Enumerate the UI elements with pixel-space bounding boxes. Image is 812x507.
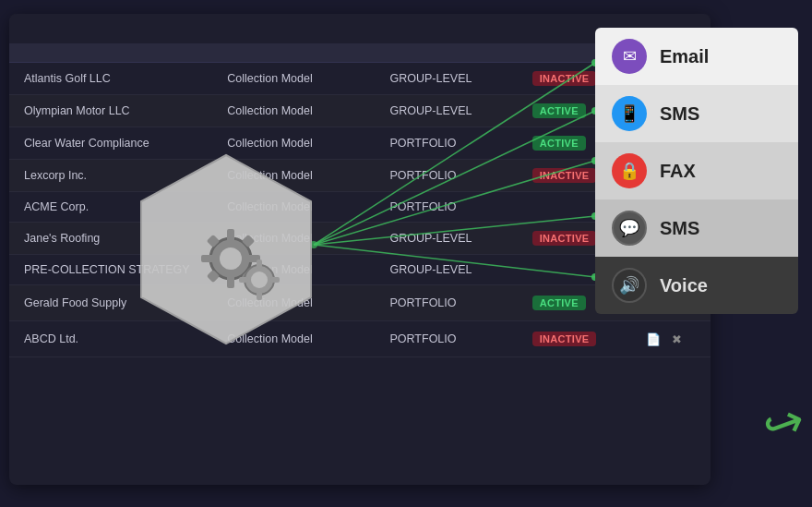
svg-rect-25 xyxy=(257,291,262,300)
fax-label: FAX xyxy=(660,161,696,182)
status-badge: INACTIVE xyxy=(532,332,597,346)
cell-task: 📄 ✖ xyxy=(629,321,710,357)
status-badge: INACTIVE xyxy=(532,231,597,246)
cell-basis: PORTFOLIO xyxy=(376,321,518,357)
channel-item-sms1[interactable]: 📱 SMS xyxy=(595,85,798,142)
voice-label: Voice xyxy=(660,275,708,296)
sms2-label: SMS xyxy=(660,218,699,239)
svg-rect-24 xyxy=(257,260,262,269)
col-header-name xyxy=(9,43,212,63)
cell-basis: GROUP-LEVEL xyxy=(376,223,518,255)
cell-rating: Collection Model xyxy=(212,95,375,127)
svg-point-13 xyxy=(220,247,242,270)
channel-menu: ✉ Email 📱 SMS 🔒 FAX 💬 SMS 🔊 Voice xyxy=(595,28,798,314)
cell-name: Olympian Motor LLC xyxy=(9,95,212,127)
status-badge: INACTIVE xyxy=(532,71,597,86)
email-label: Email xyxy=(660,46,709,67)
svg-rect-16 xyxy=(201,255,214,262)
fax-icon: 🔒 xyxy=(612,153,647,188)
delete-icon[interactable]: ✖ xyxy=(668,330,687,348)
green-arrow-icon: ↪ xyxy=(756,391,812,456)
sms1-label: SMS xyxy=(660,103,699,125)
cell-basis: GROUP-LEVEL xyxy=(376,63,518,95)
hex-gear-overlay xyxy=(125,148,337,360)
sms1-icon: 📱 xyxy=(612,96,647,131)
svg-rect-14 xyxy=(227,229,234,242)
voice-icon: 🔊 xyxy=(612,268,647,303)
cell-basis: PORTFOLIO xyxy=(376,127,518,160)
svg-rect-26 xyxy=(239,277,248,283)
status-badge: ACTIVE xyxy=(532,296,586,310)
email-icon: ✉ xyxy=(612,39,647,74)
status-badge: ACTIVE xyxy=(532,136,586,151)
cell-name: Atlantis Golf LLC xyxy=(9,63,212,95)
sms2-icon: 💬 xyxy=(612,211,647,246)
cell-basis: GROUP-LEVEL xyxy=(376,95,518,127)
col-header-strategy xyxy=(376,43,518,63)
hex-gear-svg xyxy=(125,148,328,351)
cell-basis: PORTFOLIO xyxy=(376,285,518,321)
cell-basis: PORTFOLIO xyxy=(376,160,518,192)
cell-basis: GROUP-LEVEL xyxy=(376,255,518,285)
action-icons: 📄 ✖ xyxy=(644,330,696,348)
svg-rect-15 xyxy=(227,275,234,288)
status-badge: INACTIVE xyxy=(532,168,597,183)
channel-item-voice[interactable]: 🔊 Voice xyxy=(595,257,798,314)
cell-status: INACTIVE xyxy=(518,321,629,357)
cell-rating: Collection Model xyxy=(212,63,375,95)
table-row[interactable]: ABCD Ltd. Collection Model PORTFOLIO INA… xyxy=(9,321,710,357)
channel-item-email[interactable]: ✉ Email xyxy=(595,28,798,85)
status-badge: ACTIVE xyxy=(532,103,586,118)
svg-point-23 xyxy=(251,272,268,288)
col-header-rating xyxy=(212,43,375,63)
channel-item-sms2[interactable]: 💬 SMS xyxy=(595,199,798,257)
channel-item-fax[interactable]: 🔒 FAX xyxy=(595,142,798,199)
svg-rect-27 xyxy=(270,277,280,283)
document-icon[interactable]: 📄 xyxy=(644,330,663,348)
cell-basis: PORTFOLIO xyxy=(376,192,518,223)
